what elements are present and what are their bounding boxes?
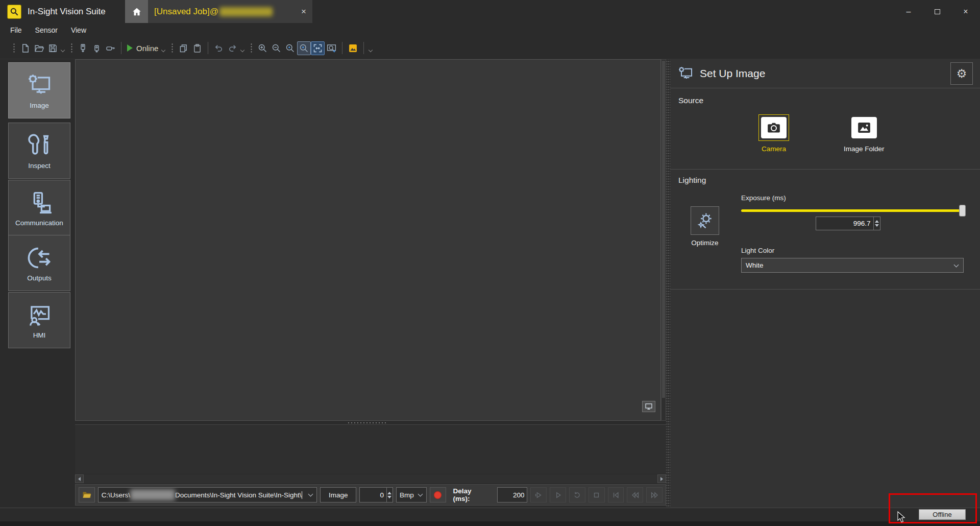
source-image-folder-option[interactable]: Image Folder [844, 117, 885, 153]
stop-button[interactable] [589, 487, 605, 503]
image-path-combobox[interactable]: C:\Users\Documents\In-Sight Vision Suite… [98, 487, 317, 503]
toolbar-grip[interactable] [170, 42, 174, 54]
optimize-button[interactable] [691, 206, 719, 235]
scrollbar-thumb[interactable] [662, 61, 665, 398]
toolbar-overflow-icon[interactable] [61, 48, 65, 52]
spinner-buttons[interactable] [873, 217, 880, 230]
loop-button[interactable] [569, 487, 585, 503]
app-title: In-Sight Vision Suite [28, 7, 106, 17]
sidebar-item-communication[interactable]: Communication [8, 180, 70, 236]
zoom-actual-size-button[interactable] [283, 41, 297, 55]
maximize-button[interactable] [923, 0, 951, 23]
scroll-right-button[interactable] [657, 474, 666, 483]
delay-value-box[interactable] [497, 487, 528, 503]
online-toggle[interactable]: Online [127, 44, 158, 53]
settings-button[interactable]: ⚙ [950, 62, 973, 85]
job-tab[interactable]: [Unsaved Job]@ × [125, 0, 312, 23]
sensor-maintenance-button[interactable] [90, 41, 104, 55]
spinner-up-icon[interactable] [387, 492, 391, 494]
delay-input[interactable] [498, 488, 527, 502]
format-value: Bmp [400, 491, 414, 499]
exposure-value-input[interactable] [816, 217, 873, 230]
access-management-button[interactable] [104, 41, 117, 55]
play-button[interactable] [550, 487, 566, 503]
image-display-options-button[interactable] [346, 41, 360, 55]
sidebar-item-image[interactable]: Image [8, 62, 70, 118]
toolbar-overflow-icon[interactable] [240, 48, 244, 52]
spinner-down-icon[interactable] [387, 496, 391, 498]
image-canvas[interactable] [75, 59, 661, 421]
text-caret [302, 491, 302, 499]
zoom-fit-window-button[interactable] [297, 41, 311, 55]
light-color-dropdown[interactable]: White [741, 258, 964, 273]
spinner-buttons[interactable] [386, 488, 393, 502]
offline-button[interactable]: Offline [919, 509, 966, 520]
exposure-value-spinner[interactable] [816, 217, 880, 230]
spinner-up-icon[interactable] [875, 220, 879, 223]
record-playback-bar: C:\Users\Documents\In-Sight Vision Suite… [75, 484, 666, 506]
image-folder-label: Image Folder [844, 145, 885, 153]
frame-number-spinner[interactable] [359, 487, 393, 503]
offline-label: Offline [933, 511, 951, 518]
undo-button[interactable] [212, 41, 226, 55]
filmstrip-area[interactable] [75, 424, 666, 474]
online-play-icon [127, 44, 133, 52]
menu-view[interactable]: View [71, 26, 86, 34]
image-mode-box[interactable]: Image [320, 487, 357, 503]
image-display-corner-button[interactable] [642, 401, 655, 412]
toolbar-grip[interactable] [250, 42, 253, 54]
fit-image-button[interactable] [311, 41, 325, 55]
panel-splitter[interactable] [666, 59, 670, 508]
save-job-button[interactable] [46, 41, 60, 55]
zoom-region-button[interactable] [325, 41, 338, 55]
menu-file[interactable]: File [10, 26, 22, 34]
setup-image-panel: Set Up Image ⚙ Source Camera Image Folde… [670, 59, 980, 508]
sidebar-item-inspect[interactable]: Inspect [8, 123, 70, 179]
scroll-left-button[interactable] [75, 474, 84, 483]
spinner-down-icon[interactable] [875, 224, 879, 227]
camera-selected-outline [758, 114, 789, 141]
previous-frame-button[interactable] [627, 487, 643, 503]
filmstrip-scrollbar[interactable] [75, 474, 666, 483]
toolbar-overflow-icon[interactable] [161, 48, 165, 52]
maximize-icon [935, 9, 940, 14]
frame-number-input[interactable] [360, 488, 386, 502]
toolbar-separator [342, 42, 342, 54]
scrollbar-track[interactable] [84, 474, 657, 483]
sidebar-item-outputs[interactable]: Outputs [8, 235, 70, 291]
canvas-vertical-scrollbar[interactable] [661, 59, 666, 421]
chevron-down-icon[interactable] [418, 492, 423, 497]
next-frame-button[interactable] [646, 487, 663, 503]
tab-close-icon[interactable]: × [301, 7, 306, 17]
format-dropdown[interactable]: Bmp [396, 487, 427, 503]
sidebar-item-hmi[interactable]: HMI [8, 292, 70, 348]
filmstrip-splitter-grip[interactable] [347, 422, 388, 424]
zoom-out-button[interactable] [270, 41, 283, 55]
exposure-slider[interactable] [741, 209, 964, 212]
toolbar-overflow-icon[interactable] [369, 48, 373, 52]
minimize-button[interactable]: – [894, 0, 923, 23]
chevron-down-icon[interactable] [308, 492, 313, 497]
zoom-in-button[interactable] [256, 41, 270, 55]
source-camera-option[interactable]: Camera [758, 114, 789, 153]
add-sensor-button[interactable] [76, 41, 90, 55]
exposure-label: Exposure (ms) [741, 194, 786, 202]
camera-icon [761, 117, 787, 138]
paste-button[interactable] [190, 41, 204, 55]
toolbar-grip[interactable] [12, 42, 15, 54]
new-job-button[interactable] [18, 41, 32, 55]
exposure-slider-thumb[interactable] [959, 205, 966, 217]
home-button[interactable] [125, 0, 148, 23]
open-job-button[interactable] [32, 41, 46, 55]
close-button[interactable]: × [951, 0, 980, 23]
browse-folder-button[interactable] [79, 487, 95, 503]
menu-bar: File Sensor View [0, 23, 980, 37]
toolbar-grip[interactable] [70, 42, 73, 54]
copy-button[interactable] [177, 41, 190, 55]
record-button[interactable] [430, 487, 446, 503]
play-single-button[interactable] [530, 487, 547, 503]
redo-button[interactable] [226, 41, 239, 55]
first-frame-button[interactable] [608, 487, 624, 503]
light-color-label: Light Color [741, 247, 774, 254]
menu-sensor[interactable]: Sensor [35, 26, 58, 34]
